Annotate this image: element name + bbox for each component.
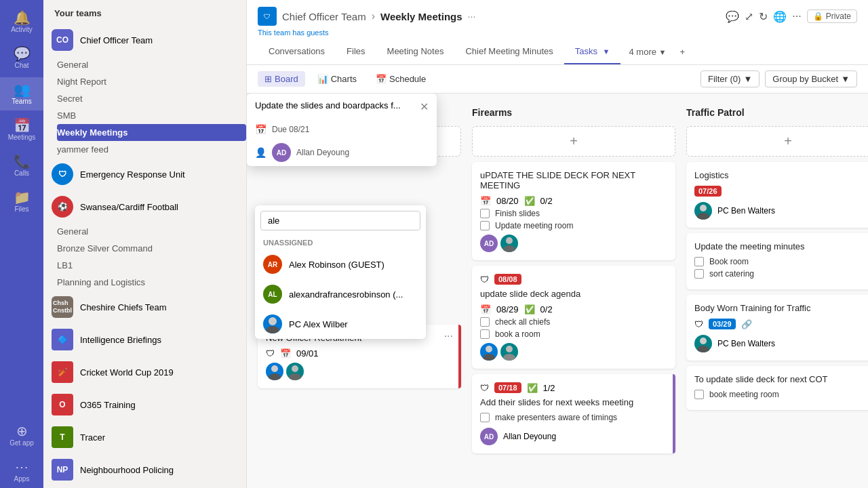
sidebar-item-neighbourhood[interactable]: NP Neighbourhood Policing [43, 453, 246, 486]
channel-options-icon[interactable]: ··· [468, 11, 476, 22]
check-all-chiefs: check all chiefs [480, 317, 667, 327]
checkbox-3[interactable] [480, 317, 490, 327]
assignee-search-input[interactable] [260, 211, 420, 230]
slide-deck-avatars: AD [480, 235, 667, 252]
alex-robinson-avatar: AR [263, 255, 282, 274]
tasks-dropdown-icon[interactable]: ▼ [603, 47, 610, 56]
channel-bronze-silver[interactable]: Bronze Silver Command [57, 240, 246, 257]
sidebar-item-chief-officer[interactable]: CO Chief Officer Team ··· [43, 24, 246, 56]
board-view-button[interactable]: ⊞ Board [258, 71, 305, 87]
checkbox-1[interactable] [480, 209, 490, 218]
checkbox-4[interactable] [480, 329, 490, 339]
calls-nav-item[interactable]: 📞 Calls [0, 149, 43, 182]
meeting-minutes-title: Update the meeting minutes [694, 241, 868, 251]
dropdown-item-alex-robinson[interactable]: AR Alex Robinson (GUEST) [255, 249, 426, 279]
checkbox-7[interactable] [694, 269, 704, 279]
channel-smb[interactable]: SMB [57, 107, 246, 124]
filter-button[interactable]: Filter (0) ▼ [701, 70, 760, 87]
body-worn-card[interactable]: Body Worn Training for Traffic 🛡 03/29 🔗… [686, 295, 868, 361]
charts-view-button[interactable]: 📊 Charts [311, 71, 363, 87]
sidebar-item-o365[interactable]: O O365 Training ··· [43, 388, 246, 421]
popup-due-date: Due 08/21 [272, 125, 309, 134]
dropdown-item-alexandra[interactable]: AL alexandrafrancesrobinson (... [255, 279, 426, 309]
sidebar-item-emergency-response[interactable]: 🛡 Emergency Response Unit ··· [43, 158, 246, 190]
group-by-button[interactable]: Group by Bucket ▼ [765, 70, 857, 87]
chief-officer-channels: General Night Report Secret SMB Weekly M… [43, 56, 246, 158]
new-officer-date: 09/01 [296, 348, 319, 359]
dropdown-item-pc-alex-wilber[interactable]: PC Alex Wilber [255, 309, 426, 339]
activity-nav-item[interactable]: 🔔 Activity [0, 5, 43, 39]
tab-conversations[interactable]: Conversations [258, 39, 336, 64]
popup-close-button[interactable]: ✕ [420, 100, 429, 113]
traffic-patrol-header: Traffic Patrol [686, 104, 868, 121]
channel-secret[interactable]: Secret [57, 90, 246, 107]
channel-night-report[interactable]: Night Report [57, 73, 246, 90]
avatar-1 [266, 363, 283, 380]
add-traffic-card-button[interactable]: + [686, 126, 868, 157]
apps-nav-item[interactable]: ⋯ Apps [0, 455, 43, 488]
channel-secret-label: Secret [57, 94, 83, 104]
intelligence-avatar: 🔷 [52, 329, 73, 350]
sidebar-item-intelligence[interactable]: 🔷 Intelligence Briefings ··· [43, 323, 246, 356]
update-slide-cot-card[interactable]: To update slide deck for next COT book m… [686, 366, 868, 410]
more-dropdown-icon: ▼ [659, 48, 667, 56]
icon-globe[interactable]: 🌐 [773, 10, 787, 23]
icon-more[interactable]: ··· [792, 10, 801, 22]
channel-weekly-meetings[interactable]: Weekly Meetings [57, 124, 246, 141]
slide-deck-agenda-card[interactable]: 🛡 08/08 update slide deck agenda 📅 08/29… [472, 266, 675, 369]
checkbox-2[interactable] [480, 221, 490, 230]
check-finish-slides: Finish slides [480, 209, 667, 218]
slide-deck-agenda-meta: 📅 08/29 ✅ 0/2 ··· [480, 304, 667, 314]
schedule-view-button[interactable]: 📅 Schedule [369, 71, 433, 87]
tab-chief-meeting-minutes[interactable]: Chief Meeting Minutes [454, 39, 564, 64]
svg-point-12 [700, 205, 707, 211]
teams-nav-item[interactable]: 👥 Teams [0, 77, 43, 110]
logistics-card[interactable]: Logistics 07/26 PC Ben Walters [686, 162, 868, 228]
checkbox-6[interactable] [694, 257, 704, 266]
channel-general[interactable]: General [57, 56, 246, 73]
channel-planning[interactable]: Planning and Logistics [57, 274, 246, 291]
popup-header: Update the slides and boardpacks f... ✕ [247, 94, 437, 120]
channel-general-2[interactable]: General [57, 223, 246, 240]
channel-bronze-silver-label: Bronze Silver Command [57, 243, 153, 253]
body-worn-assignee: PC Ben Walters [694, 335, 868, 352]
icon-chat-header[interactable]: 💬 [726, 10, 739, 23]
new-officer-more-icon[interactable]: ··· [444, 330, 453, 342]
add-slides-card[interactable]: 🛡 07/18 ✅ 1/2 ··· Add their slides for n… [472, 374, 675, 453]
breadcrumb-team[interactable]: Chief Officer Team [282, 11, 366, 22]
tab-tasks[interactable]: Tasks ▼ [564, 39, 621, 64]
popup-title: Update the slides and boardpacks f... [255, 100, 401, 110]
meetings-nav-item[interactable]: 📅 Meetings [0, 113, 43, 146]
filter-dropdown-icon: ▼ [743, 74, 752, 84]
chat-nav-item[interactable]: 💬 Chat [0, 41, 43, 75]
sidebar-item-swansea[interactable]: ⚽ Swansea/Cardiff Football ··· [43, 190, 246, 223]
tab-files[interactable]: Files [336, 39, 376, 64]
channel-lb1[interactable]: LB1 [57, 257, 246, 274]
meeting-minutes-card[interactable]: Update the meeting minutes Book room sor… [686, 233, 868, 289]
getapp-nav-item[interactable]: ⊕ Get app [0, 419, 43, 452]
channel-yammer-label: yammer feed [57, 144, 108, 155]
add-tab-button[interactable]: + [674, 40, 690, 64]
sidebar-item-tracer[interactable]: T Tracer [43, 421, 246, 453]
shield-icon-4: 🛡 [694, 319, 703, 329]
breadcrumb-channel[interactable]: Weekly Meetings [380, 11, 462, 22]
icon-popout[interactable]: ⤢ [745, 10, 753, 23]
cricket-name: Cricket World Cup 2019 [80, 367, 222, 378]
files-nav-item[interactable]: 📁 Files [0, 185, 43, 218]
sidebar-item-cheshire[interactable]: ChshCnstbl Cheshire Chiefs Team ··· [43, 291, 246, 323]
tab-more[interactable]: 4 more ▼ [620, 40, 674, 64]
book-room-label: book a room [495, 329, 540, 339]
slide-deck-card[interactable]: uPDATE THE SLIDE DECK FOR NEXT MEETING 📅… [472, 162, 675, 260]
chief-officer-name: Chief Officer Team [80, 35, 222, 45]
teams-icon: 👥 [14, 83, 31, 96]
ben-walters-avatar [694, 202, 712, 220]
add-firearms-card-button[interactable]: + [472, 126, 675, 157]
sidebar-item-cricket[interactable]: 🏏 Cricket World Cup 2019 ··· [43, 356, 246, 388]
toolbar-right: Filter (0) ▼ Group by Bucket ▼ [701, 70, 857, 87]
checkbox-8[interactable] [694, 390, 704, 399]
checkbox-5[interactable] [480, 413, 490, 422]
channel-lb1-label: LB1 [57, 260, 73, 270]
icon-refresh[interactable]: ↻ [759, 10, 768, 23]
channel-yammer[interactable]: yammer feed [57, 141, 246, 158]
tab-meeting-notes[interactable]: Meeting Notes [376, 39, 455, 64]
